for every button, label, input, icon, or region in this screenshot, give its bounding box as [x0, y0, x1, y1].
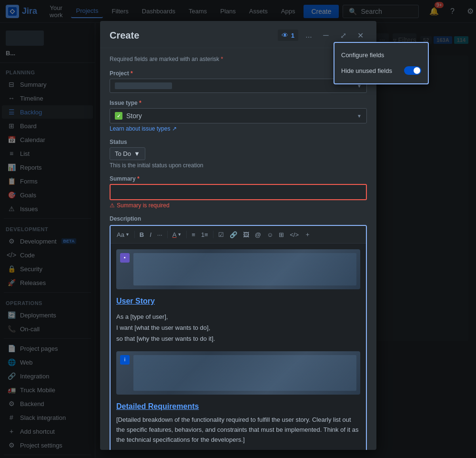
error-icon: ⚠	[110, 202, 115, 209]
minimize-btn[interactable]: ─	[319, 29, 333, 42]
blurred-content-1	[133, 253, 356, 285]
toolbar-divider-3	[186, 231, 187, 238]
status-label: Status	[110, 139, 367, 145]
create-modal: Create 👁 1 ... ─ ⤢ ✕ Required fields are…	[100, 21, 376, 450]
project-value-placeholder	[115, 82, 172, 89]
project-label: Project *	[110, 70, 367, 77]
toolbar-divider-2	[167, 231, 168, 238]
expand-modal-btn[interactable]: ⤢	[336, 29, 350, 42]
block-icon-1: ▪	[120, 253, 130, 263]
required-asterisk: *	[221, 56, 223, 62]
learn-issue-types-link[interactable]: Learn about issue types ↗	[110, 125, 177, 132]
eye-count-number: 1	[291, 32, 294, 39]
user-story-text: As a [type of user], I want [what the us…	[116, 311, 360, 345]
config-popup-inner: Configure fields Hide unused fields	[334, 45, 428, 81]
insert-plus-btn[interactable]: ＋	[302, 229, 313, 240]
modal-overlay: Create 👁 1 ... ─ ⤢ ✕ Required fields are…	[0, 0, 476, 458]
eye-icon: 👁	[282, 31, 288, 39]
configure-fields-popup: Configure fields Hide unused fields	[334, 42, 429, 84]
action-btn[interactable]: ☑	[216, 230, 226, 240]
image-btn[interactable]: 🖼	[241, 230, 252, 240]
eye-count-display: 👁 1	[278, 30, 298, 41]
detailed-req-title: Detailed Requirements	[116, 400, 360, 413]
description-field: Description Aa ▼ B I ··· A	[110, 215, 367, 450]
emoji-btn[interactable]: ☺	[264, 230, 275, 240]
configure-fields-item[interactable]: Configure fields	[334, 48, 428, 62]
project-select[interactable]: ▼	[110, 79, 367, 93]
summary-input[interactable]	[110, 184, 367, 200]
more-text-btn[interactable]: ···	[155, 230, 165, 240]
description-label: Description	[110, 215, 367, 222]
status-value: To Do	[115, 150, 131, 157]
summary-label: Summary *	[110, 175, 367, 182]
issue-type-label: Issue type *	[110, 100, 367, 106]
toolbar-divider-4	[213, 231, 213, 238]
blurred-content-block-1: ▪	[116, 249, 360, 289]
block-icon-2: i	[120, 355, 130, 365]
user-story-title: User Story	[116, 295, 360, 307]
external-link-icon: ↗	[172, 125, 177, 132]
blurred-content-2	[133, 355, 356, 391]
issue-type-dropdown-arrow: ▼	[357, 113, 362, 119]
issue-type-value: Story	[126, 112, 142, 120]
code-btn[interactable]: </>	[287, 230, 301, 240]
story-type-icon: ✓	[115, 112, 122, 120]
toolbar-divider-1	[134, 231, 135, 238]
modal-body: Required fields are marked with an aster…	[100, 48, 376, 450]
summary-field: Summary * ⚠ Summary is required	[110, 175, 367, 209]
description-editor[interactable]: Aa ▼ B I ··· A ▼ ≡ 1	[110, 225, 367, 450]
number-list-btn[interactable]: 1≡	[199, 230, 211, 240]
bold-btn[interactable]: B	[137, 230, 146, 240]
issue-type-select[interactable]: ✓ Story ▼	[110, 108, 367, 123]
editor-content-area[interactable]: ▪ User Story As a [type of user], I want…	[111, 244, 366, 450]
status-dropdown-arrow: ▼	[134, 150, 140, 157]
close-modal-btn[interactable]: ✕	[354, 29, 367, 42]
bullet-list-btn[interactable]: ≡	[189, 230, 198, 240]
status-button[interactable]: To Do ▼	[110, 147, 145, 160]
more-options-modal-btn[interactable]: ...	[302, 29, 315, 42]
issue-type-value-display: ✓ Story	[115, 112, 142, 120]
detailed-req-text: [Detailed breakdown of the functionality…	[116, 415, 360, 445]
modal-header-actions: 👁 1 ... ─ ⤢ ✕	[278, 29, 367, 42]
link-btn[interactable]: 🔗	[227, 230, 240, 240]
status-field: Status To Do ▼ This is the initial statu…	[110, 139, 367, 169]
modal-title: Create	[110, 30, 139, 41]
project-field: Project * ▼	[110, 70, 367, 93]
mention-btn[interactable]: @	[253, 230, 263, 240]
color-arrow: ▼	[177, 232, 182, 237]
italic-btn[interactable]: I	[147, 230, 154, 240]
required-note: Required fields are marked with an aster…	[110, 56, 367, 62]
hide-unused-fields-item[interactable]: Hide unused fields	[334, 62, 428, 79]
editor-toolbar: Aa ▼ B I ··· A ▼ ≡ 1	[111, 226, 366, 244]
hide-unused-label: Hide unused fields	[341, 67, 392, 74]
table-btn[interactable]: ⊞	[276, 230, 286, 240]
configure-fields-label: Configure fields	[341, 51, 384, 59]
text-color-btn[interactable]: A ▼	[170, 230, 184, 240]
hide-unused-toggle[interactable]	[404, 66, 421, 75]
blurred-content-block-2: i	[116, 351, 360, 395]
text-style-btn[interactable]: Aa ▼	[114, 230, 132, 240]
issue-type-field: Issue type * ✓ Story ▼ Learn about issue…	[110, 100, 367, 132]
status-note: This is the initial status upon creation	[110, 162, 367, 169]
summary-error-msg: ⚠ Summary is required	[110, 202, 367, 209]
text-style-arrow: ▼	[125, 232, 130, 237]
toggle-knob	[414, 67, 420, 74]
